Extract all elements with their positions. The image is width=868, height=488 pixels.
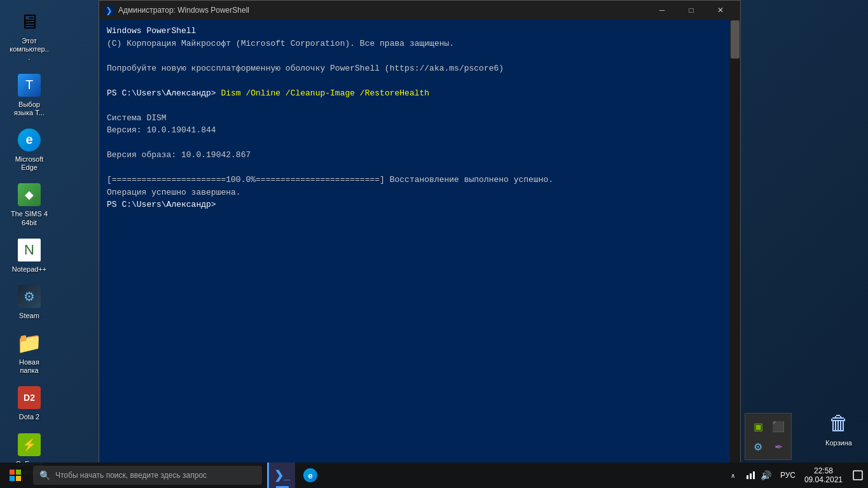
- search-placeholder: Чтобы начать поиск, введите здесь запрос: [55, 471, 207, 480]
- scrollbar[interactable]: [730, 20, 740, 464]
- ps-line-1: Windows PowerShell: [107, 25, 733, 38]
- svg-text:❯: ❯: [106, 6, 113, 15]
- system-tray: ∧ 🔊 РУС 22:58 09.04.2021: [726, 463, 868, 488]
- minimize-button[interactable]: ─: [647, 1, 677, 20]
- desktop-icon-folder[interactable]: 📁 Новая папка: [6, 328, 52, 377]
- ps-line-11: Версия образа: 10.0.19042.867: [107, 149, 733, 162]
- desktop-icon-dota[interactable]: D2 Dota 2: [6, 382, 52, 424]
- computer-icon: 🖥: [17, 9, 42, 34]
- sims-icon: ◆: [17, 182, 42, 207]
- ps-line-5: [107, 74, 733, 87]
- language-icon: T: [17, 73, 42, 98]
- edge-icon-label: Microsoft Edge: [9, 155, 50, 172]
- tray-popup: ▣ ⬛ ⚙ ✒: [745, 413, 792, 460]
- search-icon: 🔍: [39, 470, 50, 480]
- computer-icon-label: Этот компьютер...: [9, 37, 50, 62]
- ps-line-15: PS C:\Users\Александр>: [107, 199, 733, 211]
- notepad-icon-label: Notepad++: [12, 265, 46, 274]
- desktop-icon-edge[interactable]: e Microsoft Edge: [6, 125, 52, 174]
- geforce-icon: ⚡: [17, 432, 42, 457]
- ps-line-8: Система DISM: [107, 112, 733, 125]
- folder-icon-label: Новая папка: [9, 358, 50, 375]
- tray-popup-network[interactable]: ⬛: [769, 417, 787, 435]
- svg-rect-6: [747, 475, 748, 479]
- close-button[interactable]: ✕: [706, 1, 735, 20]
- powershell-window: ❯ Администратор: Windows PowerShell ─ □ …: [99, 0, 741, 464]
- dota-icon: D2: [17, 385, 42, 410]
- tray-clock[interactable]: 22:58 09.04.2021: [799, 463, 848, 488]
- scrollbar-thumb: [731, 20, 740, 59]
- window-title: Администратор: Windows PowerShell: [118, 6, 647, 15]
- tray-network-icon[interactable]: [743, 463, 759, 488]
- svg-rect-2: [10, 470, 15, 475]
- tray-language[interactable]: РУС: [776, 471, 799, 480]
- tray-date: 09.04.2021: [804, 475, 843, 484]
- ps-line-4: Попробуйте новую кроссплатформенную обол…: [107, 62, 733, 75]
- svg-rect-7: [750, 473, 752, 479]
- svg-rect-5: [16, 476, 21, 481]
- start-button[interactable]: [0, 463, 31, 488]
- trash-icon: 🗑: [826, 411, 851, 436]
- tray-popup-geforce[interactable]: ▣: [749, 417, 767, 435]
- window-titlebar: ❯ Администратор: Windows PowerShell ─ □ …: [99, 1, 740, 20]
- powershell-titlebar-icon: ❯: [104, 5, 114, 15]
- window-controls: ─ □ ✕: [647, 1, 735, 20]
- desktop: 🖥 Этот компьютер... T Выбор языка Т... e…: [0, 0, 868, 488]
- ps-line-9: Версия: 10.0.19041.844: [107, 124, 733, 137]
- ps-line-2: (С) Корпорация Майкрософт (Microsoft Cor…: [107, 38, 733, 50]
- ps-line-6: PS C:\Users\Александр> Dism /Online /Cle…: [107, 87, 733, 100]
- ps-line-10: [107, 137, 733, 150]
- ps-line-14: Операция успешно завершена.: [107, 186, 733, 199]
- taskbar-edge-app[interactable]: e: [296, 463, 324, 488]
- steam-icon-label: Steam: [19, 312, 39, 320]
- desktop-icon-computer[interactable]: 🖥 Этот компьютер...: [6, 6, 52, 65]
- sims-icon-label: The SIMS 4 64bit: [9, 210, 50, 227]
- desktop-icon-language[interactable]: T Выбор языка Т...: [6, 70, 52, 120]
- tray-volume-icon[interactable]: 🔊: [759, 463, 774, 488]
- taskbar-powershell-app[interactable]: ❯_: [267, 463, 295, 488]
- maximize-button[interactable]: □: [677, 1, 706, 20]
- desktop-icon-sims[interactable]: ◆ The SIMS 4 64bit: [6, 179, 52, 229]
- desktop-icon-trash[interactable]: 🗑 Корзина: [816, 408, 862, 450]
- folder-icon: 📁: [17, 330, 42, 356]
- steam-icon: ⚙: [17, 284, 42, 309]
- svg-rect-3: [16, 470, 21, 475]
- ps-line-12: [107, 162, 733, 174]
- svg-rect-9: [853, 471, 862, 480]
- taskbar: 🔍 Чтобы начать поиск, введите здесь запр…: [0, 463, 868, 488]
- tray-popup-steam[interactable]: ⚙: [749, 438, 767, 456]
- tray-time: 22:58: [814, 466, 833, 475]
- ps-line-3: [107, 50, 733, 62]
- tray-icons: 🔊: [741, 463, 776, 488]
- svg-rect-8: [753, 471, 755, 479]
- tray-popup-pen[interactable]: ✒: [769, 438, 787, 456]
- taskbar-apps: ❯_ e: [267, 463, 324, 488]
- desktop-icons-left: 🖥 Этот компьютер... T Выбор языка Т... e…: [6, 6, 52, 479]
- ps-line-13: [=======================100.0%==========…: [107, 174, 733, 186]
- desktop-icon-steam[interactable]: ⚙ Steam: [6, 281, 52, 323]
- edge-icon: e: [17, 127, 42, 153]
- notepad-icon: N: [17, 237, 42, 263]
- tray-chevron[interactable]: ∧: [726, 463, 741, 488]
- notification-button[interactable]: [848, 463, 868, 488]
- desktop-icon-notepad[interactable]: N Notepad++: [6, 235, 52, 276]
- dota-icon-label: Dota 2: [19, 413, 39, 421]
- ps-line-7: [107, 99, 733, 112]
- powershell-content[interactable]: Windows PowerShell (С) Корпорация Майкро…: [99, 20, 740, 464]
- taskbar-search[interactable]: 🔍 Чтобы начать поиск, введите здесь запр…: [33, 466, 262, 485]
- svg-rect-4: [10, 476, 15, 481]
- trash-icon-label: Корзина: [825, 439, 852, 447]
- language-icon-label: Выбор языка Т...: [9, 101, 50, 117]
